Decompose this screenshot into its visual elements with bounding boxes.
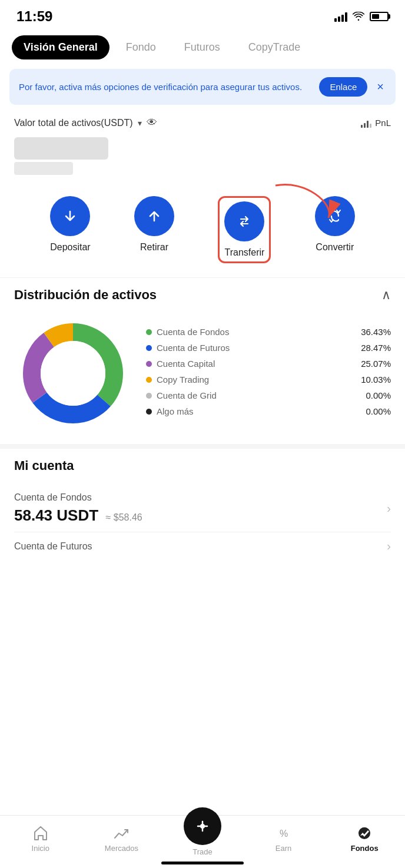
pnl-section[interactable]: PnL xyxy=(361,118,391,128)
alert-banner: Por favor, activa más opciones de verifi… xyxy=(9,69,396,105)
svg-point-9 xyxy=(200,824,205,829)
nav-mercados[interactable]: Mercados xyxy=(98,825,145,853)
status-bar: 11:59 xyxy=(0,0,405,31)
account-fondos-chevron: › xyxy=(387,502,391,515)
transferir-label: Transferir xyxy=(224,247,264,258)
legend-item-copytrading: Copy Trading 10.03% xyxy=(146,375,391,385)
blurred-asset-value2 xyxy=(14,162,73,175)
nav-inicio-label: Inicio xyxy=(32,844,49,853)
alert-text: Por favor, activa más opciones de verifi… xyxy=(19,81,312,93)
legend-item-capital: Cuenta Capital 25.07% xyxy=(146,359,391,369)
convertir-circle xyxy=(315,196,355,236)
nav-mercados-label: Mercados xyxy=(105,844,138,853)
pnl-chart-icon xyxy=(361,118,371,128)
account-name-fondos: Cuenta de Fondos xyxy=(14,492,142,503)
tab-vision-general[interactable]: Visión General xyxy=(12,35,109,59)
retirar-label: Retirar xyxy=(140,242,168,253)
legend-pct-futuros: 28.47% xyxy=(361,343,391,353)
legend-pct-capital: 25.07% xyxy=(361,359,391,369)
eye-icon[interactable]: 👁 xyxy=(147,117,157,129)
assets-label: Valor total de activos(USDT) ▾ 👁 xyxy=(14,117,157,129)
nav-fondos-label: Fondos xyxy=(351,844,379,853)
alert-link-button[interactable]: Enlace xyxy=(319,77,367,97)
depositar-action[interactable]: Depositar xyxy=(50,196,90,263)
distribution-title: Distribución de activos xyxy=(14,287,157,303)
tab-futuros[interactable]: Futuros xyxy=(172,35,232,59)
depositar-circle xyxy=(50,196,90,236)
fondos-icon xyxy=(356,825,373,842)
my-account-title: Mi cuenta xyxy=(14,458,391,473)
legend-name-algo: Algo más xyxy=(157,406,194,416)
retirar-circle xyxy=(134,196,174,236)
legend-dot-grid xyxy=(146,393,152,399)
transferir-action[interactable]: Transferir xyxy=(218,196,271,263)
trade-button[interactable] xyxy=(184,807,221,845)
legend-dot-fondos xyxy=(146,329,152,335)
distribution-section: Distribución de activos ∧ xyxy=(0,277,405,444)
legend-item-fondos: Cuenta de Fondos 36.43% xyxy=(146,327,391,337)
nav-inicio[interactable]: Inicio xyxy=(17,825,64,853)
distribution-legend: Cuenta de Fondos 36.43% Cuenta de Futuro… xyxy=(146,327,391,422)
my-account-section: Mi cuenta Cuenta de Fondos 58.43 USDT ≈ … xyxy=(0,444,405,569)
legend-pct-grid: 0.00% xyxy=(366,390,391,400)
distribution-toggle[interactable]: ∧ xyxy=(381,287,391,303)
nav-trade[interactable]: Trade xyxy=(179,821,226,856)
svg-point-11 xyxy=(358,827,370,839)
alert-close-button[interactable]: × xyxy=(374,80,386,94)
account-item-fondos[interactable]: Cuenta de Fondos 58.43 USDT ≈ $58.46 › xyxy=(14,485,391,532)
nav-trade-label: Trade xyxy=(192,847,212,856)
legend-name-futuros: Cuenta de Futuros xyxy=(157,343,230,353)
distribution-content: Cuenta de Fondos 36.43% Cuenta de Futuro… xyxy=(14,314,391,435)
legend-dot-capital xyxy=(146,361,152,367)
top-tabs: Visión General Fondo Futuros CopyTrade xyxy=(0,31,405,69)
assets-label-text: Valor total de activos(USDT) xyxy=(14,118,133,128)
transfer-highlight-box: Transferir xyxy=(218,196,271,263)
convertir-label: Convertir xyxy=(316,242,354,253)
depositar-label: Depositar xyxy=(50,242,90,253)
svg-text:%: % xyxy=(279,829,287,839)
account-name-futuros: Cuenta de Futuros xyxy=(14,541,92,552)
nav-earn[interactable]: % Earn xyxy=(260,825,307,853)
legend-name-capital: Cuenta Capital xyxy=(157,359,215,369)
donut-chart xyxy=(14,314,132,435)
legend-pct-algo: 0.00% xyxy=(366,406,391,416)
legend-name-fondos: Cuenta de Fondos xyxy=(157,327,229,337)
home-bar xyxy=(161,862,244,864)
legend-dot-futuros xyxy=(146,345,152,351)
account-equiv-fondos: ≈ $58.46 xyxy=(106,512,142,522)
legend-item-grid: Cuenta de Grid 0.00% xyxy=(146,390,391,400)
legend-item-futuros: Cuenta de Futuros 28.47% xyxy=(146,343,391,353)
svg-point-5 xyxy=(41,341,105,406)
legend-dot-copytrading xyxy=(146,377,152,383)
action-buttons: Depositar Retirar Transferi xyxy=(14,191,391,277)
legend-item-algo: Algo más 0.00% xyxy=(146,406,391,416)
legend-name-copytrading: Copy Trading xyxy=(157,375,209,385)
status-icons xyxy=(334,11,389,22)
assets-dropdown-icon[interactable]: ▾ xyxy=(138,118,142,128)
convertir-action[interactable]: Convertir xyxy=(315,196,355,263)
blurred-asset-value xyxy=(14,137,108,160)
tab-copytrade[interactable]: CopyTrade xyxy=(237,35,312,59)
nav-earn-label: Earn xyxy=(275,844,291,853)
status-time: 11:59 xyxy=(16,8,52,25)
legend-dot-algo xyxy=(146,409,152,415)
assets-section: Valor total de activos(USDT) ▾ 👁 PnL xyxy=(0,105,405,191)
nav-fondos[interactable]: Fondos xyxy=(341,825,388,853)
pnl-label: PnL xyxy=(375,118,391,128)
earn-icon: % xyxy=(275,825,292,842)
battery-icon xyxy=(370,12,389,21)
bottom-nav: Inicio Mercados Trade % Earn xyxy=(0,815,405,868)
legend-pct-copytrading: 10.03% xyxy=(361,375,391,385)
markets-icon xyxy=(113,825,130,842)
action-section: Depositar Retirar Transferi xyxy=(0,191,405,277)
retirar-action[interactable]: Retirar xyxy=(134,196,174,263)
account-value-fondos: 58.43 USDT xyxy=(14,506,98,524)
signal-icon xyxy=(334,11,347,22)
account-item-futuros[interactable]: Cuenta de Futuros › xyxy=(14,532,391,560)
legend-name-grid: Cuenta de Grid xyxy=(157,390,217,400)
wifi-icon xyxy=(352,12,365,21)
tab-fondo[interactable]: Fondo xyxy=(114,35,168,59)
transferir-circle xyxy=(224,201,264,241)
account-futuros-chevron: › xyxy=(387,539,391,553)
legend-pct-fondos: 36.43% xyxy=(361,327,391,337)
